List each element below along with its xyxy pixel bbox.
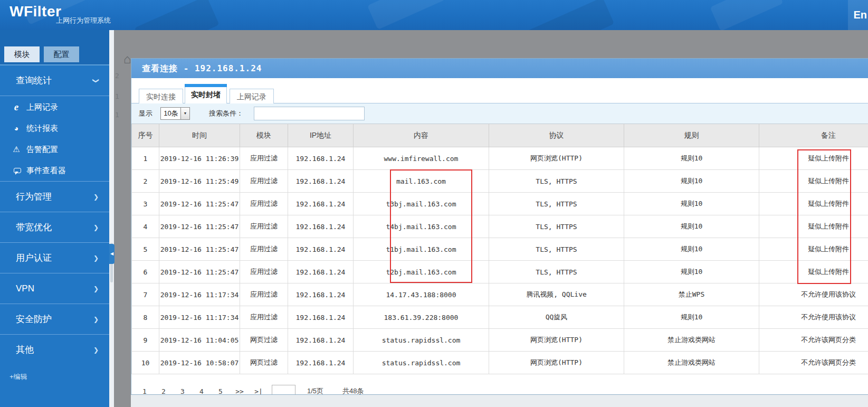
header-content: 内容 xyxy=(354,124,489,147)
cell-module: 应用过滤 xyxy=(240,238,288,261)
page-number[interactable]: 1 xyxy=(139,387,150,395)
cell-time: 2019-12-16 11:25:47 xyxy=(159,215,240,238)
page-number[interactable]: 2 xyxy=(158,387,169,395)
content-edge-strip xyxy=(109,30,114,407)
sidebar-item-event-viewer[interactable]: 事件查看器 xyxy=(0,160,109,181)
search-input[interactable] xyxy=(254,107,365,120)
cell-rule: 规则10 xyxy=(624,215,759,238)
sidebar-section-query-stats[interactable]: 查询统计 ❯ xyxy=(0,65,109,96)
chevron-right-icon: ❯ xyxy=(93,255,99,261)
cell-ip: 192.168.1.24 xyxy=(288,193,354,215)
header-module: 模块 xyxy=(240,124,288,147)
table-row: 1 2019-12-16 11:26:39 应用过滤 192.168.1.24 … xyxy=(132,147,868,170)
sidebar-section-user-auth[interactable]: 用户认证 ❯ xyxy=(0,242,109,273)
sidebar-tab-config[interactable]: 配置 xyxy=(44,46,79,62)
cell-seq: 4 xyxy=(132,215,159,238)
sidebar-collapse-handle[interactable]: ◀ xyxy=(109,244,115,264)
tab-label: 上网记录 xyxy=(237,92,266,101)
table-row: 2 2019-12-16 11:25:49 应用过滤 192.168.1.24 … xyxy=(132,170,868,193)
dialog-tab-strip: 实时连接 实时封堵 上网记录 xyxy=(131,84,868,103)
table-row: 6 2019-12-16 11:25:47 应用过滤 192.168.1.24 … xyxy=(132,261,868,283)
page-info: 1/5页 xyxy=(307,386,323,395)
cell-ip: 192.168.1.24 xyxy=(288,352,354,374)
page-number[interactable]: 4 xyxy=(196,387,207,395)
keyboard-decor xyxy=(134,0,219,30)
cell-content: t2bj.mail.163.com xyxy=(354,261,489,283)
cell-remark: 不允许使用该协议 xyxy=(759,306,868,329)
cell-content: t3bj.mail.163.com xyxy=(354,193,489,215)
section-label: 带宽优化 xyxy=(16,222,52,232)
last-page-button[interactable]: >| xyxy=(253,387,264,395)
cell-rule: 规则10 xyxy=(624,261,759,283)
app-root: WFilter 上网行为管理系统 En 模块 配置 查询统计 ❯ e 上网记录 … xyxy=(0,0,868,407)
cell-time: 2019-12-16 11:26:39 xyxy=(159,147,240,170)
sidebar-item-alert-config[interactable]: ⚠ 告警配置 xyxy=(0,139,109,160)
cell-time: 2019-12-16 11:17:34 xyxy=(159,306,240,329)
background-digit: 1 xyxy=(115,111,122,119)
tab-web-records[interactable]: 上网记录 xyxy=(230,89,274,103)
page-number[interactable]: 5 xyxy=(215,387,226,395)
keyboard-decor xyxy=(526,0,615,30)
sidebar-section-security[interactable]: 安全防护 ❯ xyxy=(0,304,109,334)
ie-browser-icon: e xyxy=(11,97,22,118)
sidebar-tab-modules[interactable]: 模块 xyxy=(4,46,40,62)
cell-ip: 192.168.1.24 xyxy=(288,306,354,329)
page-size-select[interactable]: 10条 ▼ xyxy=(160,107,190,120)
cell-protocol: TLS, HTTPS xyxy=(489,215,624,238)
cell-protocol: TLS, HTTPS xyxy=(489,170,624,193)
language-link[interactable]: En xyxy=(853,9,867,21)
cell-content: t4bj.mail.163.com xyxy=(354,215,489,238)
cell-time: 2019-12-16 11:25:49 xyxy=(159,170,240,193)
cell-module: 网页过滤 xyxy=(240,352,288,374)
tab-label: 实时封堵 xyxy=(185,87,226,102)
table-row: 9 2019-12-16 11:04:05 网页过滤 192.168.1.24 … xyxy=(132,329,868,352)
warning-icon: ⚠ xyxy=(11,139,22,160)
cell-seq: 2 xyxy=(132,170,159,193)
dropdown-arrow-icon[interactable]: ▼ xyxy=(180,108,189,119)
top-bar: WFilter 上网行为管理系统 En xyxy=(0,0,868,30)
view-connections-dialog: 查看连接 - 192.168.1.24 实时连接 实时封堵 上网记录 显示 10… xyxy=(131,58,868,395)
background-digit: 1 xyxy=(115,92,122,100)
cell-time: 2019-12-16 11:04:05 xyxy=(159,329,240,352)
cell-rule: 规则10 xyxy=(624,170,759,193)
active-tab-accent xyxy=(185,84,227,87)
sidebar-section-label: 查询统计 xyxy=(16,75,52,86)
page-jump-input[interactable] xyxy=(272,385,295,395)
table-row: 8 2019-12-16 11:17:34 应用过滤 192.168.1.24 … xyxy=(132,306,868,329)
cell-remark: 疑似上传附件 xyxy=(759,215,868,238)
cell-protocol: 腾讯视频, QQLive xyxy=(489,283,624,306)
table-toolbar: 显示 10条 ▼ 搜索条件： xyxy=(131,103,868,124)
cell-remark: 疑似上传附件 xyxy=(759,147,868,170)
cell-remark: 疑似上传附件 xyxy=(759,170,868,193)
total-count: 共48条 xyxy=(342,386,364,395)
cell-remark: 疑似上传附件 xyxy=(759,261,868,283)
cell-seq: 8 xyxy=(132,306,159,329)
sidebar-tabs: 模块 配置 xyxy=(4,46,83,62)
sidebar-item-stat-reports[interactable]: ◕ 统计报表 xyxy=(0,118,109,139)
cell-content: 183.61.39.228:8000 xyxy=(354,306,489,329)
sidebar-edit-link[interactable]: +编辑 xyxy=(9,372,27,382)
sidebar-section-others[interactable]: 其他 ❯ xyxy=(0,334,109,365)
cell-ip: 192.168.1.24 xyxy=(288,329,354,352)
tab-realtime-blocks[interactable]: 实时封堵 xyxy=(185,84,227,103)
sidebar-section-vpn[interactable]: VPN ❯ xyxy=(0,273,109,304)
tab-realtime-connections[interactable]: 实时连接 xyxy=(139,89,183,103)
cell-seq: 9 xyxy=(132,329,159,352)
cell-remark: 不允许使用该协议 xyxy=(759,283,868,306)
app-subtitle: 上网行为管理系统 xyxy=(56,16,111,25)
cell-remark: 疑似上传附件 xyxy=(759,193,868,215)
section-label: 用户认证 xyxy=(16,253,52,263)
submenu-label: 告警配置 xyxy=(26,139,58,160)
pagination: 1 2 3 4 5 >> >| 1/5页 共48条 xyxy=(139,383,383,395)
next-pages-button[interactable]: >> xyxy=(234,387,245,395)
sidebar-section-behavior[interactable]: 行为管理 ❯ xyxy=(0,181,109,212)
cell-rule: 禁止游戏类网站 xyxy=(624,352,759,374)
table-row: 5 2019-12-16 11:25:47 应用过滤 192.168.1.24 … xyxy=(132,238,868,261)
cell-rule: 规则10 xyxy=(624,193,759,215)
sidebar-item-web-records[interactable]: e 上网记录 xyxy=(0,97,109,118)
cell-content: www.imfirewall.com xyxy=(354,147,489,170)
sidebar-section-bandwidth[interactable]: 带宽优化 ❯ xyxy=(0,212,109,242)
chevron-right-icon: ❯ xyxy=(93,347,99,353)
cell-protocol: TLS, HTTPS xyxy=(489,193,624,215)
page-number[interactable]: 3 xyxy=(177,387,188,395)
